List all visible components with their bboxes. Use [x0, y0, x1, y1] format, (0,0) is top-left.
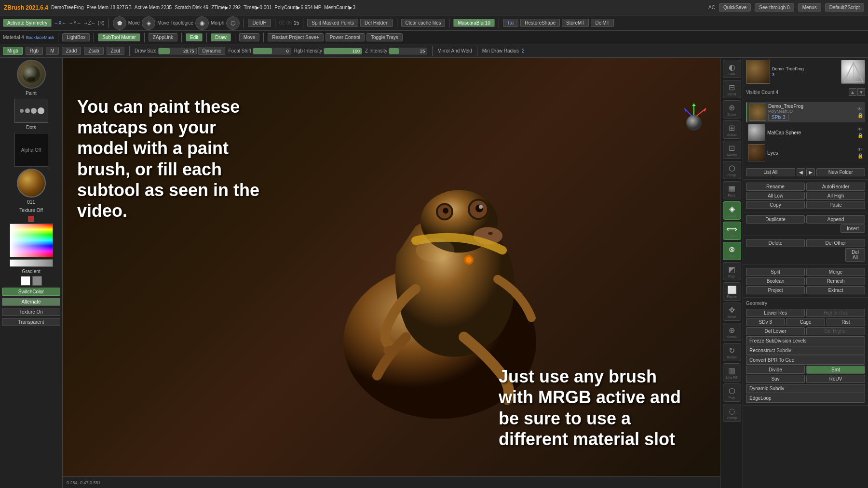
subtool-scroll-up[interactable]: ▲	[849, 88, 856, 96]
divide-button[interactable]: Divide	[746, 366, 805, 374]
scroll-button[interactable]: ⊟ Scroll	[723, 80, 741, 98]
power-control-button[interactable]: Power Control	[326, 33, 365, 41]
sdv-button[interactable]: SDv 3	[746, 318, 785, 326]
all-high-button[interactable]: All High	[806, 192, 865, 200]
gyz-button[interactable]: ⊗ Gyz	[723, 242, 741, 260]
store-mt-button[interactable]: StoreMT	[562, 19, 589, 27]
focal-shift-slider[interactable]: 0	[253, 48, 291, 54]
switch-color-button[interactable]: SwitchColor	[2, 288, 60, 296]
aarray-button[interactable]: ⊡ AArray	[723, 141, 741, 159]
zoom3d-button[interactable]: ⊕ ZoomD	[723, 323, 741, 341]
activate-symmetry-button[interactable]: Activate Symmetry	[3, 19, 52, 27]
all-low-button[interactable]: All Low	[746, 192, 805, 200]
append-button[interactable]: Append	[806, 215, 865, 224]
merge-button[interactable]: Merge	[806, 268, 865, 276]
rgb-button[interactable]: Rgb	[26, 47, 43, 55]
subtool-item-eyes[interactable]: Eyes 👁 🔒	[746, 143, 865, 163]
color-picker[interactable]	[10, 224, 53, 257]
color-swatch-primary[interactable]	[28, 216, 34, 222]
convert-bpr-button[interactable]: Convert BPR To Geo	[746, 356, 865, 365]
folder-right-button[interactable]: ▶	[806, 168, 815, 176]
eyes-lock-icon[interactable]: 🔒	[857, 153, 863, 158]
menus-button[interactable]: Menus	[798, 3, 821, 12]
subtool-master-button[interactable]: SubTool Master	[98, 33, 140, 41]
paste-button[interactable]: Paste	[806, 201, 865, 209]
persp-button[interactable]: ⬡ Persp	[723, 161, 741, 179]
eyes-eye-icon[interactable]: 👁	[857, 147, 863, 152]
dynamic-subdiv-button[interactable]: Dynamic Subdiv	[746, 384, 865, 393]
matcap-eye-icon[interactable]: 👁	[857, 127, 863, 132]
rotate-button[interactable]: ↻ Rotate	[723, 343, 741, 361]
freeze-subdiv-button[interactable]: Freeze SubDivision Levels	[746, 336, 865, 345]
draw-size-slider[interactable]: 28.75	[158, 48, 197, 54]
duplicate-button[interactable]: Duplicate	[746, 215, 805, 224]
move3d-button[interactable]: ✥ Move	[723, 303, 741, 321]
local-button[interactable]: ◈ Local	[723, 201, 741, 220]
project-button[interactable]: Project	[746, 286, 805, 294]
color-white[interactable]	[21, 276, 30, 286]
see-through-button[interactable]: See-through 0	[755, 3, 794, 12]
lower-res-button[interactable]: Lower Res	[746, 309, 805, 317]
reconstruct-subdiv-button[interactable]: Reconstruct Subdiv	[746, 346, 865, 355]
zsub-button[interactable]: Zsub	[84, 47, 103, 55]
transp-button[interactable]: ◌ Transp	[723, 404, 741, 422]
split-button[interactable]: Split	[746, 268, 805, 276]
canvas-area[interactable]: You can paint these matcaps on your mode…	[63, 58, 720, 488]
matcap-lock-icon[interactable]: 🔒	[857, 133, 863, 138]
linefill-button[interactable]: ▥ Line Fill	[723, 363, 741, 382]
move-topo-icon[interactable]: ◈	[142, 16, 155, 30]
autoreorder-button[interactable]: AutoReorder	[806, 183, 865, 191]
del-lower-button[interactable]: Del Lower	[746, 327, 805, 335]
perp-button[interactable]: ◩ Perp	[723, 262, 741, 280]
insert-button[interactable]: Insert	[841, 224, 865, 233]
remesh-button[interactable]: Remesh	[806, 277, 865, 285]
restart-button[interactable]: Restart Project Save+	[268, 33, 324, 41]
color-grey[interactable]	[32, 276, 42, 286]
nav-gizmo[interactable]	[677, 101, 711, 135]
del-mt-button[interactable]: DelMT	[591, 19, 613, 27]
demofrog-lock-icon[interactable]: 🔒	[857, 113, 863, 118]
mascara-blur-button[interactable]: MascaraBlur10	[453, 19, 494, 27]
del-uh-button[interactable]: DelUH	[248, 19, 271, 27]
zadd-button[interactable]: Zadd	[62, 47, 81, 55]
restore-shape-button[interactable]: RestoreShape	[520, 19, 560, 27]
subtool-item-matcap[interactable]: MatCap Sphere 👁 🔒	[746, 122, 865, 143]
subtool-item-demofrog[interactable]: Demo_TreeFrog PolyMesh3D SPix 3 👁 🔒	[746, 102, 865, 122]
paint-brush-icon[interactable]	[17, 60, 46, 89]
rename-button[interactable]: Rename	[746, 183, 805, 191]
move-icon[interactable]: ⬟	[113, 16, 126, 30]
del-other-button[interactable]: Del Other	[806, 239, 865, 247]
script-button[interactable]: DefaultZScript	[825, 3, 864, 12]
move-button[interactable]: Move	[239, 33, 259, 41]
floor-button[interactable]: ▦ Floor	[723, 181, 741, 199]
dynamic-button[interactable]: Dynamic	[198, 47, 226, 55]
actual-button[interactable]: ⊞ Actual	[723, 120, 741, 139]
toggle-trays-button[interactable]: Toggle Trays	[366, 33, 403, 41]
simple-frog-thumb[interactable]	[841, 60, 865, 84]
z-intensity-slider[interactable]: 25	[389, 48, 427, 54]
alternate-button[interactable]: Alternate	[2, 298, 60, 306]
zoom-button[interactable]: ⊕ Zoom	[723, 100, 741, 119]
lightbox-button[interactable]: LightBox	[62, 33, 90, 41]
subtool-scroll-down[interactable]: ▼	[857, 88, 865, 96]
extract-button[interactable]: Extract	[806, 286, 865, 294]
texture-preview[interactable]	[17, 169, 46, 198]
clear-cache-button[interactable]: Clear cache files	[401, 19, 446, 27]
list-all-button[interactable]: List All	[746, 168, 795, 176]
zapplink-button[interactable]: ZAppLink	[149, 33, 177, 41]
draw-button[interactable]: Draw	[211, 33, 231, 41]
del-all-button[interactable]: Del All	[845, 248, 865, 262]
brill-icon[interactable]: ⬡	[226, 16, 240, 30]
texture-on-button[interactable]: Texture On	[2, 308, 60, 316]
delete-button[interactable]: Delete	[746, 239, 805, 247]
morph-icon[interactable]: ◉	[195, 16, 209, 30]
reuv-button[interactable]: ReUV	[806, 375, 865, 383]
poly-button[interactable]: ⬡ Poly	[723, 383, 741, 402]
cage-button[interactable]: Cage	[786, 318, 825, 326]
folder-left-button[interactable]: ◀	[797, 168, 805, 176]
new-folder-button[interactable]: New Folder	[816, 168, 866, 176]
transparent-button[interactable]: Transparent	[2, 318, 60, 326]
boolean-button[interactable]: Boolean	[746, 277, 805, 285]
rgb-intensity-slider[interactable]: 100	[324, 48, 362, 54]
demo-frog-thumb1[interactable]	[746, 60, 770, 84]
